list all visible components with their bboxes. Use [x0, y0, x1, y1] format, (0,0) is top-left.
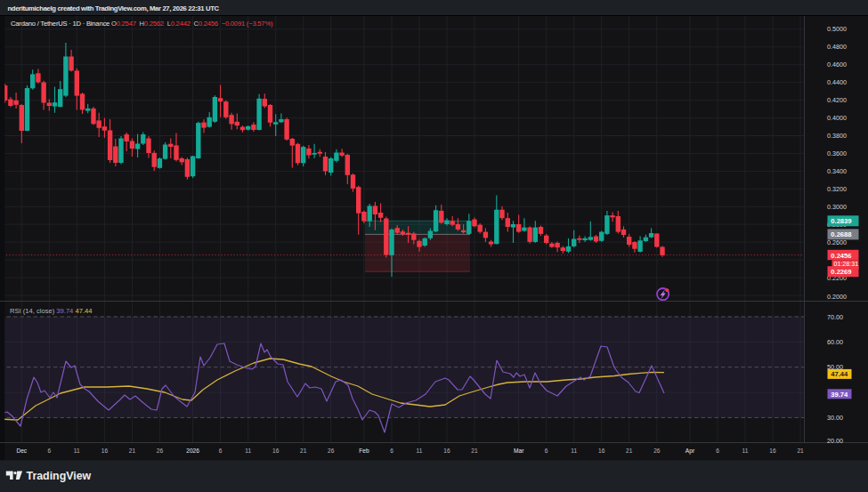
svg-text:26: 26	[653, 448, 661, 454]
svg-text:11: 11	[742, 448, 749, 454]
svg-text:16: 16	[101, 448, 109, 454]
svg-text:0.3200: 0.3200	[827, 185, 847, 193]
svg-text:16: 16	[769, 448, 776, 454]
svg-text:6: 6	[716, 448, 719, 454]
svg-text:Cardano / TetherUS · 1D · Bina: Cardano / TetherUS · 1D · Binance O0.254…	[11, 20, 273, 28]
svg-text:26: 26	[157, 448, 164, 454]
svg-text:0.3400: 0.3400	[827, 167, 847, 175]
svg-text:6: 6	[219, 448, 223, 454]
svg-text:11: 11	[74, 448, 80, 454]
svg-text:39.74: 39.74	[831, 391, 848, 399]
svg-text:0.2000: 0.2000	[827, 293, 847, 301]
svg-text:0.3800: 0.3800	[827, 132, 847, 140]
svg-text:6: 6	[47, 448, 51, 454]
svg-text:RSI (14, close) 39.74 47.44: RSI (14, close) 39.74 47.44	[10, 307, 93, 315]
svg-text:16: 16	[443, 448, 450, 454]
svg-text:70.00: 70.00	[827, 313, 843, 321]
svg-text:nderitumichaelg created with T: nderitumichaelg created with TradingView…	[8, 4, 220, 12]
svg-text:11: 11	[417, 448, 423, 454]
svg-text:11: 11	[571, 448, 577, 454]
svg-text:0.3600: 0.3600	[827, 149, 847, 157]
svg-text:0.2269: 0.2269	[831, 268, 851, 276]
svg-text:0.4600: 0.4600	[827, 60, 847, 69]
svg-text:0.4800: 0.4800	[827, 43, 847, 51]
svg-text:21: 21	[300, 448, 307, 454]
svg-text:Mar: Mar	[514, 448, 524, 454]
svg-text:0.2456: 0.2456	[831, 252, 851, 260]
svg-text:16: 16	[272, 448, 280, 454]
svg-text:21: 21	[797, 448, 804, 454]
svg-text:11: 11	[245, 448, 251, 454]
svg-text:Feb: Feb	[359, 448, 369, 454]
svg-text:Dec: Dec	[16, 448, 27, 454]
svg-text:0.4400: 0.4400	[827, 78, 847, 86]
svg-text:0.3000: 0.3000	[827, 203, 847, 211]
svg-text:47.44: 47.44	[831, 370, 848, 378]
svg-text:2026: 2026	[186, 448, 199, 454]
svg-text:0.5000: 0.5000	[827, 25, 847, 33]
svg-text:0.2688: 0.2688	[831, 230, 851, 238]
svg-text:0.4200: 0.4200	[827, 96, 847, 104]
svg-text:0.4000: 0.4000	[827, 114, 847, 122]
svg-text:0.2839: 0.2839	[831, 217, 851, 225]
svg-text:20.00: 20.00	[827, 437, 843, 445]
svg-text:30.00: 30.00	[827, 414, 843, 422]
svg-text:16: 16	[598, 448, 605, 454]
svg-text:26: 26	[328, 448, 335, 454]
svg-text:60.00: 60.00	[827, 338, 843, 346]
svg-text:21: 21	[626, 448, 633, 454]
svg-text:6: 6	[390, 448, 393, 454]
svg-text:Apr: Apr	[685, 448, 695, 455]
svg-text:6: 6	[545, 448, 548, 454]
svg-text:21: 21	[129, 448, 136, 454]
svg-text:TradingView: TradingView	[27, 470, 92, 482]
svg-text:21: 21	[471, 448, 478, 454]
